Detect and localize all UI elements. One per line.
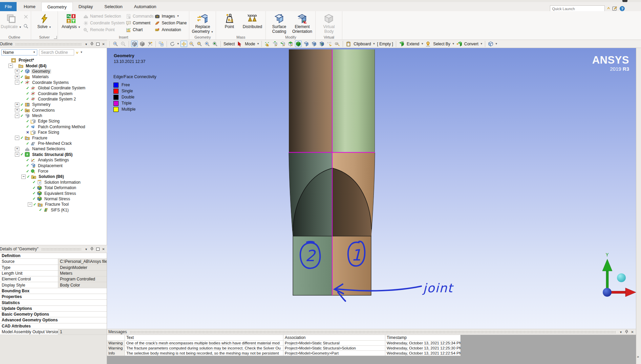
shaded-cube-button[interactable] [139,41,146,47]
tree-item-label[interactable]: Coordinate System 2 [37,97,77,101]
details-section-header[interactable]: Basic Geometry Options [0,312,107,317]
axis-triad[interactable]: Y [602,252,636,297]
tree-item-label[interactable]: Symmetry [31,102,51,107]
chevron-down-icon[interactable]: ▼ [495,43,498,45]
details-section-header[interactable]: Update Options [0,306,107,312]
exploded-view-button[interactable]: path d="M8 1.5 L14 4.5 V11 L8 14.5 L2 11… [147,41,153,47]
pin-icon[interactable] [90,247,94,251]
close-icon[interactable]: ✕ [630,330,635,334]
pin-icon[interactable] [624,330,629,334]
comment-button[interactable]: Comment [126,20,153,26]
solve-button[interactable]: Solve ▼ [34,12,55,29]
tree-item-label[interactable]: Geometry [31,69,51,74]
help-icon[interactable]: ? [620,6,625,11]
details-section-header[interactable]: Properties [0,294,107,300]
chevron-down-icon[interactable]: ▼ [257,43,259,45]
toolbar-drag-handle[interactable] [109,41,110,47]
tree-item-label[interactable]: Patch Conforming Method [37,124,86,129]
wireframe-cube-button[interactable] [131,41,138,47]
tree-expander[interactable]: − [8,64,13,68]
extend-selection-button[interactable]: path d="M8 1.5 L14 4.5 V11 L8 14.5 L2 11… [398,41,405,47]
close-icon[interactable]: ✕ [101,42,106,46]
tree-item-label[interactable]: Face Sizing [37,130,60,135]
tab-home[interactable]: Home [18,2,41,11]
body-select-button[interactable] [295,41,302,47]
node-select-button[interactable]: path d="M8 1.5 L14 4.5 V11 L8 14.5 L2 11… [303,41,309,47]
tab-automation[interactable]: Automation [128,2,162,11]
panel-menu-icon[interactable]: ▾ [84,247,88,251]
toolbar-label-extend[interactable]: Extend [407,42,419,46]
zoom-fit-button[interactable] [204,41,211,47]
toolbar-label-clipboard[interactable]: Clipboard [354,42,371,46]
tree-item-label[interactable]: Normal Stress [43,197,71,201]
filter-name-select[interactable]: Name ▼ [1,49,37,55]
zoom-box-button[interactable] [196,41,203,47]
element-select-button[interactable]: path d="M8 1.5 L14 4.5 V11 L8 14.5 L2 11… [318,41,325,47]
tree-item-label[interactable]: Mesh [31,113,43,118]
tree-expander[interactable]: − [15,114,19,118]
tree-item-label[interactable]: SIFS (K1) [50,208,70,212]
distributed-button[interactable]: Distributed [241,12,263,29]
collapse-ribbon-icon[interactable]: ^ [607,6,610,11]
zoom-globe-button[interactable] [212,41,218,47]
tab-file[interactable]: File [0,2,17,11]
chart-button[interactable]: Chart [126,27,153,32]
chevron-down-icon[interactable]: ▼ [452,43,455,45]
point-button[interactable]: KgPoint [218,12,240,29]
chevron-down-icon[interactable]: ▼ [480,43,483,45]
adjacent-select-button[interactable] [264,41,271,47]
chevron-down-icon[interactable]: ▼ [177,43,179,45]
chevron-down-icon[interactable]: ▼ [373,43,376,45]
dialog-launcher-icon[interactable] [54,36,57,39]
toolbar-label-select[interactable]: Select [223,42,235,46]
tree-item-label[interactable]: Materials [31,74,50,79]
face-select-button[interactable] [287,41,294,47]
tree-expander[interactable]: − [15,136,19,140]
pin-icon[interactable] [90,42,94,46]
expand-all-icon[interactable]: ^ [76,50,79,54]
convert-selection-button[interactable]: path d="M8 1.5 L14 4.5 V11 L8 14.5 L2 11… [456,41,463,47]
tree-item-label[interactable]: Coordinate System [37,91,73,96]
feedback-icon[interactable] [612,6,617,11]
clipboard-button[interactable] [345,41,352,47]
maximize-icon[interactable] [95,248,100,251]
zoom-previous-button[interactable] [112,41,119,47]
details-section-header[interactable]: Advanced Geometry Options [0,317,107,323]
iso-view-cube-button[interactable] [487,41,494,47]
message-row[interactable]: WarningOne of the crack's mesh encompass… [107,341,461,346]
tree-expander[interactable]: + [15,75,19,79]
toolbar-label-mode[interactable]: Mode [245,42,255,46]
details-section-header[interactable]: CAD Attributes [0,323,107,329]
select-by-location-button[interactable] [425,41,431,47]
manage-views-button[interactable] [158,41,165,47]
edge-select-button[interactable]: path d="M8 1.5 L14 4.5 V11 L8 14.5 L2 11… [279,41,286,47]
tree-item-label[interactable]: Project* [18,58,35,63]
rotate-button[interactable] [169,41,176,47]
surface-coating-button[interactable]: path d="M8 1.5 L14 4.5 V11 L8 14.5 L2 11… [268,12,290,34]
tree-item-label[interactable]: Global Coordinate System [37,86,86,90]
tab-display[interactable]: Display [73,2,99,11]
tree-item-label[interactable]: Equivalent Stress [43,191,77,196]
tree-item-label[interactable]: Force [37,169,49,174]
message-row[interactable]: InfoThe selective body meshing is not be… [107,351,461,356]
tree-item-label[interactable]: Solution (B6) [38,174,65,179]
ruler-pick-button[interactable]: 100 [334,41,341,47]
analysis-button[interactable]: Analysis ▼ [60,12,82,29]
tree-expander[interactable]: + [15,108,19,112]
tree-item-label[interactable]: Pre-Meshed Crack [37,141,73,146]
coordinate-pick-button[interactable]: X.Y.Z [326,41,333,47]
message-row[interactable]: WarningThe fracture parameters computed … [107,346,461,351]
tree-item-label[interactable]: Fracture Tool [44,202,70,207]
toolbar-label-convert[interactable]: Convert [464,42,478,46]
tree-item-label[interactable]: Fracture [31,136,48,140]
chevron-down-icon[interactable]: ▼ [421,43,424,45]
panel-menu-icon[interactable]: ▾ [619,330,623,334]
tree-item-label[interactable]: Edge Sizing [37,119,61,123]
tree-expander[interactable]: − [15,80,19,85]
element-orientation-button[interactable]: path d="M8 1.5 L14 4.5 V11 L8 14.5 L2 11… [291,12,313,34]
tree-expander[interactable]: + [15,147,19,151]
tree-item-label[interactable]: Static Structural (B5) [31,152,73,157]
details-section-header[interactable]: Statistics [0,300,107,305]
element-face-select-button[interactable]: path d="M8 1.5 L14 4.5 V11 L8 14.5 L2 11… [311,41,317,47]
zoom-in-button[interactable] [188,41,195,47]
